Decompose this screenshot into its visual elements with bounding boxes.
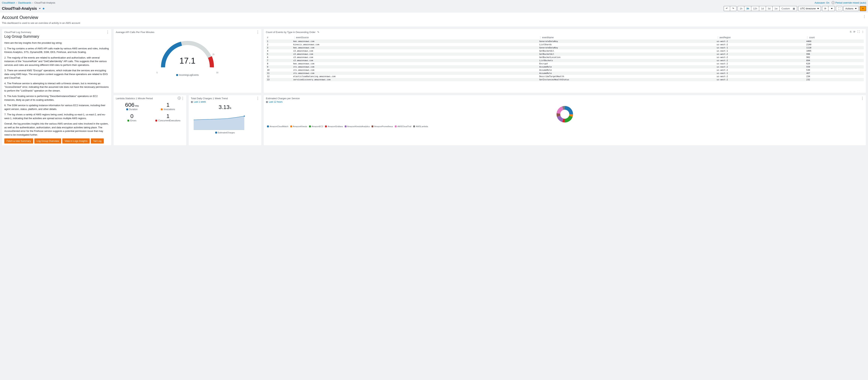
avg-api-calls-card: Average API Calls Per Five Minutes ⋮ 17.… [113,29,261,93]
log-p4: 4. The Firehose service is attempting to… [4,82,109,93]
legend-item[interactable]: AmazonGrafana [325,125,343,128]
legend-dot-icon [345,125,347,127]
time-range-link[interactable]: ▦ Last 12 hours [266,100,864,103]
redo-icon: ↷ [732,7,734,10]
info-icon: i [832,1,835,4]
chevron-down-icon [855,8,857,9]
legend-dot-icon [325,125,327,127]
section-menu-icon[interactable]: ⋮ [863,15,866,18]
svg-point-2 [244,116,245,117]
table-row[interactable]: 8kms.amazonaws.comEncryptus-east-2620 [266,62,864,65]
table-row[interactable]: 6s3.amazonaws.comGetBucketLocationus-wes… [266,56,864,59]
timezone-dropdown[interactable]: UTC timezone [798,6,821,11]
service-charges-card: Estimated Charges per Service ⋮ ▦ Last 1… [264,95,866,146]
time-range-link[interactable]: ▦ Last 1 week [191,100,259,103]
table-row[interactable]: 13servicediscovery.amazonaws.comGetInsta… [266,78,864,81]
card-title: CloudTrail Log Summary [4,31,109,34]
stat-concurrent: 1 ConcurrentExecutions [152,113,184,122]
autosave-status[interactable]: Autosave: On [814,1,829,4]
dashboard-title: CloudTrail-Analysis [2,6,37,11]
card-menu-icon[interactable]: ⋮ [106,30,110,34]
undo-button[interactable]: ↶ [724,6,730,11]
log-actions: Fetch a new Summary Log Group Overview V… [4,138,109,144]
table-row[interactable]: 1kms.amazonaws.comGenerateDataKeyus-west… [266,40,864,43]
card-menu-icon[interactable]: ⋮ [256,30,259,34]
legend-item[interactable]: AmazonKinesis [290,125,307,128]
stat-duration: 606ms Duration [116,102,148,110]
legend-dot-icon [267,125,269,127]
download-icon[interactable]: ⎘ [850,30,851,33]
log-body: Here are the key insights from the provi… [4,41,109,136]
card-title: Average API Calls Per Five Minutes [116,31,259,34]
table-scroll[interactable]: # ⋮eventSource ⋮eventName ⋮awsRegion ⋮co… [266,34,864,81]
range-1w[interactable]: 1w [773,6,780,11]
range-12h[interactable]: 12h [751,6,760,11]
range-3d[interactable]: 3d [766,6,773,11]
status-area: Autosave: On i Period override mixed (au… [814,1,866,4]
col-source[interactable]: ⋮eventSource [292,35,538,40]
gauge-value-text: 17.1 [179,56,195,65]
expand-icon[interactable]: ⛶ [857,30,860,33]
card-title: Count of Events by Type in Descending Or… [266,31,864,34]
range-3h[interactable]: 3h [744,6,751,11]
col-num[interactable]: # [266,35,292,40]
table-row[interactable]: 11sts.amazonaws.comAssumeRoleus-east-146… [266,72,864,75]
table-row[interactable]: 4s3.amazonaws.comGetBucketAclus-east-110… [266,49,864,53]
card-menu-icon[interactable]: ⋮ [256,97,259,100]
table-row[interactable]: 10sts.amazonaws.comAssumeRoleus-west-253… [266,68,864,72]
range-custom[interactable]: Custom ▦ [780,6,797,11]
col-name[interactable]: ⋮eventName [538,35,715,40]
range-1d[interactable]: 1d [759,6,766,11]
col-count[interactable]: ⋮count [805,35,864,40]
stat-grid: 606ms Duration 1 Invocations 0 Errors 1 … [116,100,184,123]
plus-icon: + [862,7,864,10]
refresh-icon: ⟳ [824,7,826,10]
toolbar: ↶ ↷ 1h 3h 12h 1d 3d 1w Custom ▦ UTC time… [724,6,866,11]
fullscreen-button[interactable]: ⛶ [836,6,842,11]
actions-dropdown[interactable]: Actions [843,6,859,11]
log-p3: 3. There are several KMS "Encrypt" opera… [4,69,109,80]
breadcrumb-root[interactable]: CloudWatch [2,1,15,4]
range-1h[interactable]: 1h [738,6,744,11]
table-row[interactable]: 5s3.amazonaws.comGetBucketAclus-west-299… [266,53,864,56]
refresh-icon[interactable]: ⟳ [854,30,856,33]
table-row[interactable]: 3kms.amazonaws.comGenerateDataKeyus-east… [266,46,864,49]
refresh-button[interactable]: ⟳ [822,6,829,11]
legend-dot-icon [127,120,129,122]
gauge-legend: IncomingLogEvents [176,74,199,76]
refresh-interval-dropdown[interactable] [829,6,835,11]
fetch-summary-button[interactable]: Fetch a new Summary [4,138,33,144]
legend-item[interactable]: AWSCloudTrail [395,125,411,128]
log-group-overview-button[interactable]: Log Group Overview [34,138,61,144]
col-region[interactable]: ⋮awsRegion [716,35,805,40]
breadcrumb-row: CloudWatch › Dashboards › CloudTrail-Ana… [0,0,868,5]
legend-item[interactable]: AmazonPrometheus [372,125,393,128]
legend-item[interactable]: AmazonCloudWatch [267,125,288,128]
table-row[interactable]: 12elasticloadbalancing.amazonaws.comDesc… [266,75,864,78]
edit-icon[interactable]: ✎ [317,31,319,34]
svg-marker-1 [194,116,244,130]
legend-item[interactable]: AWSLambda [413,125,428,128]
redo-button[interactable]: ↷ [730,6,737,11]
view-logs-insights-button[interactable]: View in Logs Insights [62,138,90,144]
breadcrumb-dashboards[interactable]: Dashboards [18,1,31,4]
period-override-link[interactable]: i Period override mixed (auto) [832,1,866,4]
legend-item[interactable]: AmazonEC2 [309,125,323,128]
tail-log-button[interactable]: Tail Log [91,138,104,144]
table-row[interactable]: 9sts.amazonaws.comAssumeRoleus-east-2559 [266,65,864,68]
title-dropdown-icon[interactable] [39,8,41,9]
table-row[interactable]: 7s3.amazonaws.comListBucketsus-west-2894 [266,59,864,62]
card-menu-icon[interactable]: ⋮ [181,97,184,100]
favorite-star-icon[interactable]: ★ [42,7,45,10]
table-row[interactable]: 2kinesis.amazonaws.comListShardsus-west-… [266,43,864,46]
card-menu-icon[interactable]: ⋮ [861,97,864,100]
info-icon[interactable]: i [178,97,181,100]
chevron-right-icon: › [32,1,33,4]
legend-dot-icon [290,125,292,127]
legend-item[interactable]: AmazonKinesisAnalytics [345,125,370,128]
gauge-min: 5 [156,71,158,74]
log-p7: 7. The log shows a variety of AWS region… [4,113,109,120]
section-description: This dashboard is used to see an overvie… [2,22,866,24]
card-menu-icon[interactable]: ⋮ [862,30,864,33]
add-widget-button[interactable]: + [860,6,866,11]
